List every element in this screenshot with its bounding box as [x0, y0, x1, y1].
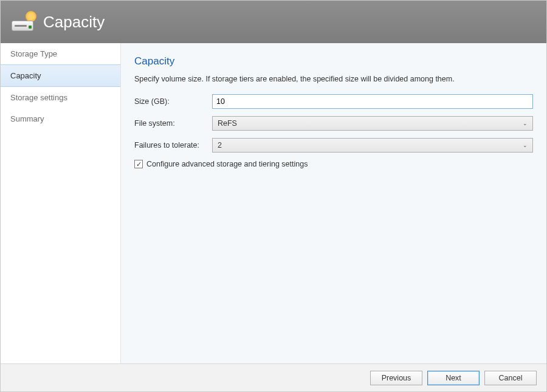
- capacity-drive-icon: [12, 13, 35, 31]
- sidebar-item-label: Summary: [10, 114, 44, 123]
- sidebar-item-storage-settings[interactable]: Storage settings: [1, 87, 120, 108]
- previous-button[interactable]: Previous: [370, 371, 422, 385]
- advanced-settings-label: Configure advanced storage and tiering s…: [146, 160, 308, 168]
- failures-label: Failures to tolerate:: [134, 141, 212, 150]
- wizard-header: Capacity: [1, 1, 546, 43]
- sidebar-item-capacity[interactable]: Capacity: [1, 64, 120, 87]
- sidebar-item-label: Capacity: [10, 71, 41, 80]
- sidebar-item-storage-type[interactable]: Storage Type: [1, 43, 120, 64]
- wizard-steps-sidebar: Storage Type Capacity Storage settings S…: [1, 43, 121, 363]
- cancel-button[interactable]: Cancel: [484, 371, 537, 385]
- filesystem-value: ReFS: [218, 119, 237, 128]
- filesystem-select[interactable]: ReFS ⌄: [212, 116, 533, 131]
- size-input[interactable]: [212, 94, 533, 109]
- page-title: Capacity: [134, 55, 533, 67]
- filesystem-label: File system:: [134, 119, 212, 128]
- failures-value: 2: [218, 141, 222, 150]
- main-panel: Capacity Specify volume size. If storage…: [121, 43, 546, 363]
- sidebar-item-label: Storage settings: [10, 93, 67, 102]
- sidebar-item-label: Storage Type: [10, 49, 57, 58]
- chevron-down-icon: ⌄: [523, 120, 528, 126]
- size-label: Size (GB):: [134, 97, 212, 106]
- header-title: Capacity: [43, 13, 105, 32]
- wizard-footer: Previous Next Cancel: [1, 363, 546, 391]
- next-button[interactable]: Next: [427, 371, 480, 385]
- page-description: Specify volume size. If storage tiers ar…: [134, 75, 533, 83]
- sidebar-item-summary[interactable]: Summary: [1, 108, 120, 129]
- failures-select[interactable]: 2 ⌄: [212, 138, 533, 153]
- advanced-settings-checkbox[interactable]: ✓: [134, 160, 143, 168]
- chevron-down-icon: ⌄: [523, 142, 528, 148]
